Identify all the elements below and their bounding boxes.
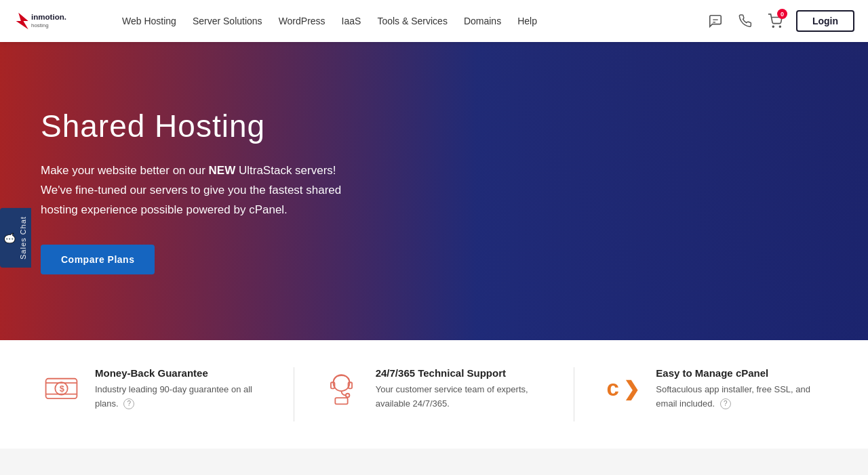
svg-rect-14 bbox=[349, 382, 353, 388]
logo-area[interactable]: inmotion. hosting bbox=[14, 7, 102, 35]
hero-title: Shared Hosting bbox=[41, 108, 341, 145]
feature-money-back: $ Money-Back Guarantee Industry leading … bbox=[41, 367, 267, 411]
feature-divider-2 bbox=[574, 367, 574, 421]
feature-money-back-desc: Industry leading 90-day guarantee on all… bbox=[95, 383, 267, 411]
nav-link-web-hosting[interactable]: Web Hosting bbox=[122, 16, 176, 26]
svg-point-5 bbox=[772, 26, 774, 27]
nav-link-help[interactable]: Help bbox=[517, 16, 537, 26]
feature-divider-1 bbox=[294, 367, 294, 421]
feature-tech-support: 24/7/365 Technical Support Your customer… bbox=[321, 367, 547, 411]
logo-icon: inmotion. hosting bbox=[14, 7, 102, 35]
feature-money-back-text: Money-Back Guarantee Industry leading 90… bbox=[95, 367, 267, 411]
nav-link-wordpress[interactable]: WordPress bbox=[279, 16, 326, 26]
svg-text:inmotion.: inmotion. bbox=[31, 13, 66, 21]
svg-rect-13 bbox=[331, 382, 335, 388]
tech-support-icon bbox=[321, 367, 362, 408]
navbar: inmotion. hosting Web HostingServer Solu… bbox=[0, 0, 868, 42]
term-section: Shared Hosting Term Options: 2 Year 1 Ye… bbox=[0, 449, 868, 475]
feature-tech-support-title: 24/7/365 Technical Support bbox=[376, 367, 547, 379]
sales-chat-label: Sales Chat bbox=[19, 216, 27, 260]
svg-text:hosting: hosting bbox=[31, 22, 49, 28]
feature-cpanel: c ❯ Easy to Manage cPanel Softaculous ap… bbox=[601, 367, 827, 411]
nav-link-iaas[interactable]: IaaS bbox=[342, 16, 361, 26]
svg-marker-0 bbox=[16, 13, 28, 30]
feature-tech-support-text: 24/7/365 Technical Support Your customer… bbox=[376, 367, 547, 411]
hero-content: Shared Hosting Make your website better … bbox=[0, 108, 382, 274]
hero-subtitle: Make your website better on our NEW Ultr… bbox=[41, 161, 341, 220]
features-section: $ Money-Back Guarantee Industry leading … bbox=[0, 340, 868, 449]
svg-point-6 bbox=[779, 26, 781, 27]
nav-link-server-solutions[interactable]: Server Solutions bbox=[193, 16, 262, 26]
hero-subtitle-bold: NEW bbox=[209, 164, 236, 177]
sales-chat-tab[interactable]: 💬 Sales Chat bbox=[0, 208, 31, 268]
nav-links: Web HostingServer SolutionsWordPressIaaS… bbox=[122, 16, 707, 26]
feature-cpanel-text: Easy to Manage cPanel Softaculous app in… bbox=[656, 367, 827, 411]
cart-icon[interactable]: 0 bbox=[766, 12, 784, 30]
hero-section: Shared Hosting Make your website better … bbox=[0, 42, 868, 340]
svg-text:❯: ❯ bbox=[623, 377, 639, 400]
login-button[interactable]: Login bbox=[796, 10, 854, 32]
hero-subtitle-intro: Make your website better on our bbox=[41, 164, 209, 177]
feature-tech-support-desc: Your customer service team of experts, a… bbox=[376, 383, 547, 411]
feature-cpanel-desc: Softaculous app installer, free SSL, and… bbox=[656, 383, 827, 411]
chat-icon[interactable] bbox=[707, 12, 724, 30]
cpanel-help-icon[interactable]: ? bbox=[720, 398, 731, 409]
feature-cpanel-title: Easy to Manage cPanel bbox=[656, 367, 827, 379]
svg-rect-16 bbox=[336, 398, 348, 404]
phone-icon[interactable] bbox=[736, 12, 754, 30]
money-back-help-icon[interactable]: ? bbox=[123, 398, 134, 409]
cart-badge: 0 bbox=[777, 9, 787, 19]
cpanel-logo-icon: c ❯ bbox=[601, 367, 642, 408]
feature-money-back-title: Money-Back Guarantee bbox=[95, 367, 267, 379]
svg-text:$: $ bbox=[59, 384, 64, 394]
nav-link-domains[interactable]: Domains bbox=[464, 16, 501, 26]
nav-right: 0 Login bbox=[707, 10, 854, 32]
svg-text:c: c bbox=[606, 375, 618, 400]
nav-link-tools-services[interactable]: Tools & Services bbox=[377, 16, 447, 26]
compare-plans-button[interactable]: Compare Plans bbox=[41, 245, 155, 274]
money-back-icon: $ bbox=[41, 367, 81, 408]
svg-point-15 bbox=[346, 393, 350, 397]
